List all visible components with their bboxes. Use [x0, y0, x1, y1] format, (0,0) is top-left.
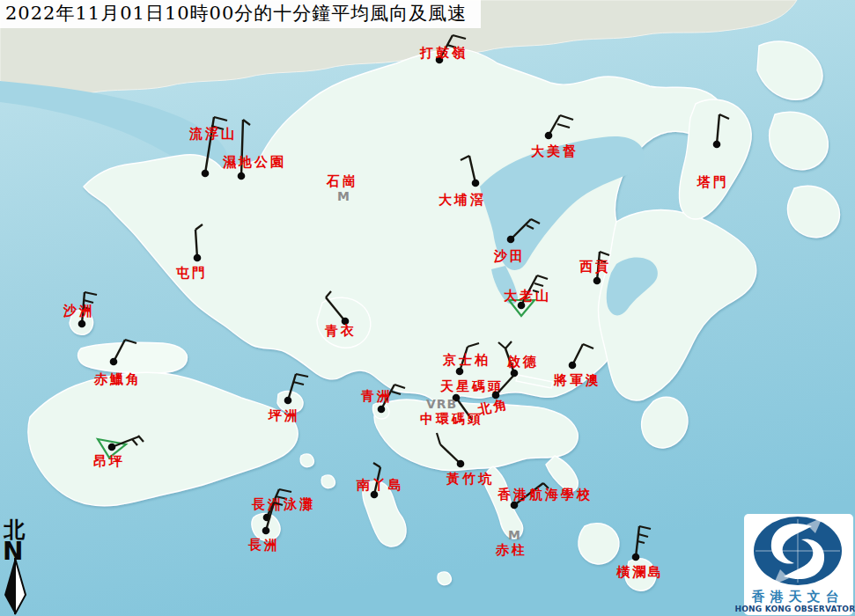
station-label: 橫瀾島 — [615, 564, 664, 580]
station-label: 長洲 — [247, 537, 280, 553]
station-label: 香港航海學校 — [497, 487, 593, 502]
station-label: 大美督 — [531, 143, 579, 159]
land-islet-1 — [300, 454, 313, 467]
station-dot — [472, 180, 480, 187]
hko-logo: 香港天文台 HONG KONG OBSERVATORY — [734, 514, 855, 615]
land-airport-platform — [78, 342, 188, 373]
map-title: 2022年11月01日10時00分的十分鐘平均風向及風速 — [0, 0, 481, 28]
station-label: 大老山 — [504, 288, 551, 304]
station-label: 南丫島 — [356, 477, 404, 493]
hko-logo-name-en: HONG KONG OBSERVATORY — [734, 605, 855, 613]
station-label: 青衣 — [324, 323, 357, 339]
land-islet-2 — [321, 475, 335, 488]
station-label: 打鼓嶺 — [419, 45, 468, 61]
station-label: 中環碼頭 — [420, 411, 483, 427]
station-dot — [194, 254, 202, 262]
station-label: 屯門 — [175, 265, 208, 281]
station-label: 流浮山 — [188, 126, 237, 142]
station-label: 坪洲 — [268, 407, 300, 423]
station-label: 黃竹坑 — [446, 471, 494, 487]
compass-north-letter: N — [3, 537, 23, 566]
land-po-toi — [579, 524, 619, 564]
station-label: 塔門 — [697, 174, 729, 190]
station-label: 昂坪 — [93, 453, 125, 469]
station-dot — [713, 141, 721, 149]
station-label: 赤柱 — [495, 542, 527, 558]
hko-logo-name-cn: 香港天文台 — [751, 589, 844, 605]
station-dot — [632, 554, 640, 561]
station-label: 青洲 — [360, 388, 393, 404]
station-label: 沙洲 — [63, 303, 95, 319]
station-dot — [110, 358, 118, 366]
land-islet-3 — [438, 572, 451, 585]
station-dot — [202, 170, 210, 178]
weather-map-page: 打鼓嶺流浮山濕地公園石崗M大美督塔門大埔滘沙田屯門西貢沙洲大老山青衣赤鱲角京士柏… — [0, 0, 855, 616]
station-dot — [262, 527, 270, 535]
station-dot — [457, 460, 465, 468]
station-label: 赤鱲角 — [93, 371, 142, 387]
station-dot — [108, 444, 116, 451]
station-label: 長洲泳灘 — [251, 496, 315, 512]
missing-data-marker: M — [337, 189, 350, 203]
station-dot — [569, 362, 577, 370]
station-label: 啟德 — [506, 354, 539, 370]
hk-wind-map: 打鼓嶺流浮山濕地公園石崗M大美督塔門大埔滘沙田屯門西貢沙洲大老山青衣赤鱲角京士柏… — [0, 0, 855, 616]
station-dot — [284, 397, 292, 405]
station-dot — [593, 277, 601, 285]
station-label: 京士柏 — [442, 352, 490, 368]
station-label: 西貢 — [579, 259, 611, 275]
station-dot — [238, 172, 246, 180]
missing-data-marker: M — [508, 528, 521, 542]
station-label: 石崗 — [326, 173, 358, 189]
station-dot — [456, 368, 464, 376]
station-dot — [378, 406, 386, 414]
station-label: 濕地公園 — [222, 154, 286, 170]
variable-wind-marker: VRB — [426, 397, 457, 411]
station-label: 大埔滘 — [439, 192, 486, 208]
station-label: 將軍澳 — [553, 372, 601, 388]
station-label: 沙田 — [493, 248, 526, 264]
station-dot — [511, 370, 519, 378]
station-dot — [507, 236, 515, 244]
station-dot — [78, 320, 86, 328]
station-dot — [545, 132, 553, 140]
